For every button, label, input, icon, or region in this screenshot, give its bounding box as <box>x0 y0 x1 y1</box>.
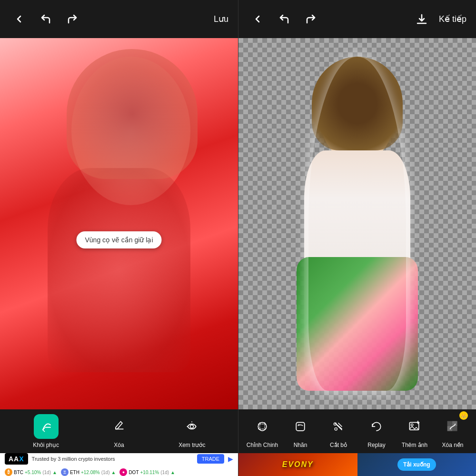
premium-badge: 👑 <box>459 411 468 420</box>
dot-icon: ● <box>119 468 127 476</box>
svg-rect-17 <box>452 426 457 431</box>
dot-item: ● DOT +10.11% (1d) ▲ <box>119 468 175 476</box>
sticker-icon-wrapper <box>288 414 313 439</box>
svg-point-1 <box>190 425 194 428</box>
right-panel: Kế tiếp <box>238 0 476 476</box>
download-button[interactable]: Tải xuống <box>397 458 436 471</box>
tool-sticker[interactable]: Nhãn <box>281 414 319 448</box>
right-tools-row: Chỉnh Chinh Nhãn <box>238 409 476 453</box>
crop-label: Chỉnh Chinh <box>247 442 278 448</box>
left-toolbar: Lưu <box>0 0 238 38</box>
left-toolbar-right: Lưu <box>214 14 228 24</box>
svg-rect-14 <box>447 421 453 426</box>
right-ad-banner: EVONY Tải xuống <box>238 453 476 476</box>
dot-arrow: ▲ <box>170 470 175 475</box>
preview-icon-wrapper <box>179 414 204 439</box>
right-toolbar: Kế tiếp <box>238 0 476 38</box>
left-ad-banner: AAX Trusted by 3 million crypto investor… <box>0 453 238 476</box>
left-redo-button[interactable] <box>63 10 82 29</box>
crypto-items: ₿ BTC +5.10% (1d) ▲ Ξ ETH +12.08% (1d) ▲ <box>5 468 233 476</box>
erase-label: Xóa <box>114 442 124 448</box>
right-undo-button[interactable] <box>275 10 294 29</box>
left-bottom-tools: Khôi phục Xóa <box>0 409 238 476</box>
right-back-button[interactable] <box>248 10 267 29</box>
right-bottom-tools: Chỉnh Chinh Nhãn <box>238 409 476 476</box>
addphoto-icon-wrapper <box>402 414 427 439</box>
download-ad-content: Tải xuống <box>397 458 436 471</box>
addphoto-label: Thêm ảnh <box>402 442 427 448</box>
svg-rect-5 <box>296 422 305 431</box>
btc-label: BTC <box>14 470 23 475</box>
restore-icon-wrapper <box>34 414 59 439</box>
dot-label: DOT <box>129 470 139 475</box>
left-panel: Lưu Vùng cọ vẽ cần giữ lại <box>0 0 238 476</box>
btc-period: (1d) <box>42 470 51 475</box>
tooltip-bubble: Vùng cọ vẽ cần giữ lại <box>76 231 161 248</box>
checkered-background <box>238 38 476 409</box>
dot-change: +10.11% <box>140 470 159 475</box>
left-image-area: Vùng cọ vẽ cần giữ lại <box>0 38 238 409</box>
replay-label: Replay <box>367 442 385 448</box>
sticker-label: Nhãn <box>294 442 307 448</box>
eth-icon: Ξ <box>61 468 69 476</box>
eth-label: ETH <box>70 470 79 475</box>
tool-crop[interactable]: Chỉnh Chinh <box>243 414 281 448</box>
tool-replay[interactable]: Replay <box>357 414 396 448</box>
btc-change: +5.10% <box>25 470 41 475</box>
removebg-label: Xóa nền <box>442 442 463 448</box>
left-toolbar-left <box>10 10 82 29</box>
next-button[interactable]: Kế tiếp <box>439 14 466 24</box>
tool-restore[interactable]: Khôi phục <box>27 414 65 448</box>
tool-catbo[interactable]: Cắt bỏ <box>319 414 357 448</box>
right-redo-button[interactable] <box>301 10 320 29</box>
ad-arrow[interactable]: ▶ <box>228 455 233 463</box>
svg-point-4 <box>258 422 267 431</box>
eth-arrow: ▲ <box>111 470 116 475</box>
preview-label: Xem trước <box>178 442 205 448</box>
eth-item: Ξ ETH +12.08% (1d) ▲ <box>61 468 116 476</box>
btc-arrow: ▲ <box>52 470 57 475</box>
left-tools-row: Khôi phục Xóa <box>0 409 238 453</box>
left-back-button[interactable] <box>10 10 29 29</box>
trade-button[interactable]: TRADE <box>197 454 224 464</box>
eth-period: (1d) <box>101 470 110 475</box>
replay-icon-wrapper <box>364 414 389 439</box>
restore-label: Khôi phục <box>33 442 59 448</box>
download-ad[interactable]: Tải xuống <box>357 453 476 476</box>
catbo-icon-wrapper <box>326 414 351 439</box>
svg-point-6 <box>298 424 300 426</box>
left-undo-button[interactable] <box>36 10 55 29</box>
right-download-button[interactable] <box>412 10 431 29</box>
tool-erase[interactable]: Xóa <box>100 414 138 448</box>
tool-preview[interactable]: Xem trước <box>173 414 211 448</box>
save-button[interactable]: Lưu <box>214 14 228 24</box>
erase-icon-wrapper <box>107 414 131 439</box>
btc-icon: ₿ <box>5 468 12 476</box>
btc-item: ₿ BTC +5.10% (1d) ▲ <box>5 468 57 476</box>
ad-logo: AAX <box>5 453 28 465</box>
right-toolbar-right: Kế tiếp <box>412 10 466 29</box>
catbo-label: Cắt bỏ <box>330 442 347 448</box>
ad-tagline: Trusted by 3 million crypto investors <box>32 456 193 462</box>
removebg-icon-container: 👑 <box>440 414 465 439</box>
evony-ad[interactable]: EVONY <box>238 453 357 476</box>
tool-removebg[interactable]: 👑 Xóa nền <box>434 414 472 448</box>
right-toolbar-left <box>248 10 320 29</box>
dot-period: (1d) <box>160 470 169 475</box>
crop-icon-wrapper <box>250 414 275 439</box>
evony-ad-text: EVONY <box>238 453 357 476</box>
svg-point-11 <box>411 424 413 426</box>
eth-change: +12.08% <box>81 470 100 475</box>
right-image-area <box>238 38 476 409</box>
svg-point-8 <box>335 428 337 430</box>
tool-addphoto[interactable]: Thêm ảnh <box>396 414 434 448</box>
